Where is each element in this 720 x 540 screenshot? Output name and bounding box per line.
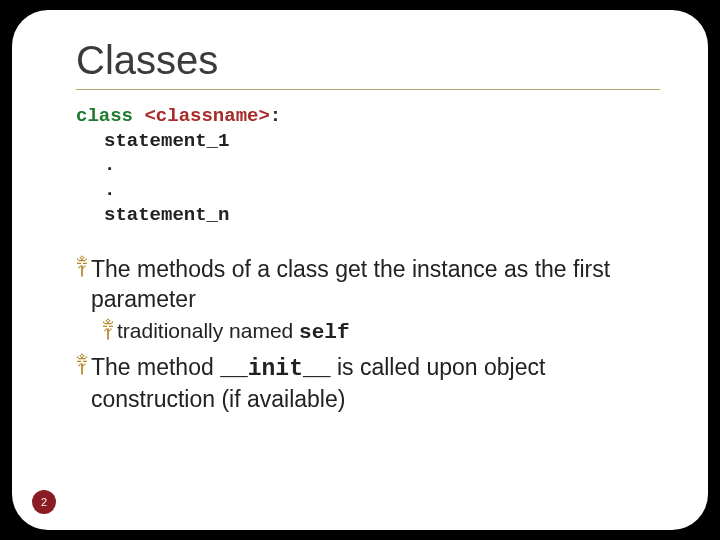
bullet-1: ༒ The methods of a class get the instanc… (76, 255, 660, 314)
code-line-dot1: . (76, 153, 660, 178)
code-self: self (299, 321, 349, 344)
page-number-badge: 2 (32, 490, 56, 514)
bullet-list: ༒ The methods of a class get the instanc… (76, 255, 660, 414)
code-line-stmt1: statement_1 (76, 129, 660, 154)
code-line-stmtn: statement_n (76, 203, 660, 228)
bullet-icon: ༒ (102, 318, 113, 347)
placeholder-classname: <classname> (144, 105, 269, 127)
code-dot2: . (104, 179, 115, 201)
code-line-def: class <classname>: (76, 104, 660, 129)
keyword-class: class (76, 105, 133, 127)
bullet-icon: ༒ (76, 255, 87, 314)
title-divider (76, 89, 660, 90)
bullet-2-text: The method __init__ is called upon objec… (91, 353, 660, 414)
bullet-1-text: The methods of a class get the instance … (91, 255, 660, 314)
bullet-2-pre: The method (91, 354, 220, 380)
bullet-1-sub-text: traditionally named self (117, 318, 660, 347)
bullet-1-sub-pre: traditionally named (117, 319, 299, 342)
code-init: __init__ (220, 356, 330, 382)
code-line-dot2: . (76, 178, 660, 203)
code-stmtn: statement_n (104, 204, 229, 226)
slide-title: Classes (76, 38, 660, 83)
bullet-icon: ༒ (76, 353, 87, 414)
bullet-2: ༒ The method __init__ is called upon obj… (76, 353, 660, 414)
slide: Classes class <classname>: statement_1 .… (12, 10, 708, 530)
class-syntax-code: class <classname>: statement_1 . . state… (76, 104, 660, 227)
bullet-1-sub: ༒ traditionally named self (102, 318, 660, 347)
code-stmt1: statement_1 (104, 130, 229, 152)
code-dot1: . (104, 154, 115, 176)
code-colon: : (270, 105, 281, 127)
